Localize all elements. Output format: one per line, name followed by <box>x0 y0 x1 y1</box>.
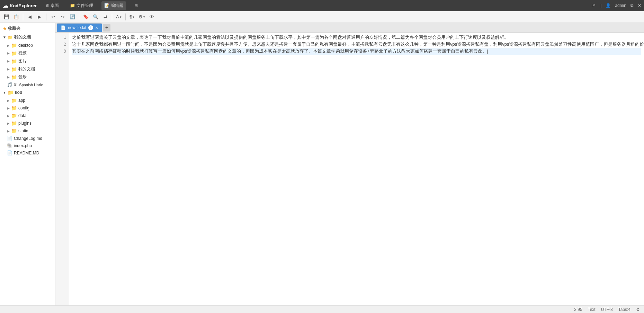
tab-close-btn[interactable]: ✕ <box>95 26 98 30</box>
toolbar-font-btn[interactable]: A ▾ <box>114 13 123 21</box>
toolbar-redo-btn[interactable]: ↪ <box>58 13 67 21</box>
flag-icon[interactable]: 🏳 <box>592 3 596 8</box>
sidebar-item-config[interactable]: ▶ 📁 config <box>0 104 55 112</box>
folder-icon: 📁 <box>11 59 17 64</box>
sidebar-kod-header[interactable]: ▼ 📁 kod <box>0 88 55 97</box>
app-title: KodExplorer <box>10 3 37 8</box>
folder-icon: 📁 <box>11 51 17 56</box>
sidebar-item-changelog[interactable]: 📄 ChangeLog.md <box>0 135 55 142</box>
folder-icon: 📁 <box>11 113 17 118</box>
editor-toolbar: 💾 📋 ◀ ▶ ↩ ↪ 🔄 🔖 🔍 ⇄ A ▾ ¶ ▾ ⚙ ▾ 👁 <box>0 11 644 23</box>
sidebar-item-data[interactable]: ▶ 📁 data <box>0 112 55 119</box>
folder-icon-mydocs: 📁 <box>8 35 13 40</box>
sidebar-item-index[interactable]: 🐘 index.php <box>0 142 55 149</box>
sidebar-item-pictures[interactable]: ▶ 📁 图片 <box>0 57 55 65</box>
menu-file-manager[interactable]: 📁 文件管理 <box>67 1 96 10</box>
chevron-right-icon: ▶ <box>7 59 10 63</box>
chevron-down-icon: ▼ <box>3 35 6 39</box>
sidebar-item-app[interactable]: ▶ 📁 app <box>0 97 55 104</box>
sidebar-item-mydocsfolder[interactable]: ▶ 📁 我的文档 <box>0 65 55 73</box>
toolbar-settings-btn[interactable]: ⚙ ▾ <box>137 13 147 21</box>
sep4 <box>112 14 112 20</box>
toolbar-save-btn[interactable]: 💾 <box>2 13 11 21</box>
folder-icon: 📁 <box>11 128 17 134</box>
sidebar-item-videos[interactable]: ▶ 📁 视频 <box>0 49 55 57</box>
line-number-2: 2 <box>55 41 69 48</box>
chevron-right-icon: ▶ <box>7 106 10 110</box>
folder-label: 图片 <box>18 58 27 64</box>
toolbar-refresh-btn[interactable]: 🔄 <box>68 13 77 21</box>
sidebar-item-plugins[interactable]: ▶ 📁 plugins <box>0 119 55 127</box>
format-arrow: ▾ <box>133 15 134 19</box>
folder-icon: 📁 <box>11 120 17 126</box>
toolbar-back-btn[interactable]: ◀ <box>25 13 34 21</box>
desktop-icon: 🖥 <box>45 3 49 8</box>
editor-menu-label: 编辑器 <box>111 3 123 9</box>
toolbar-format-btn[interactable]: ¶ ▾ <box>128 13 136 21</box>
sidebar-item-desktop[interactable]: ▶ 📁 desktop <box>0 42 55 49</box>
folder-label: 视频 <box>18 50 27 56</box>
menu-grid[interactable]: ⊞ <box>132 2 141 9</box>
settings-arrow: ▾ <box>143 15 145 19</box>
status-encoding[interactable]: UTF-8 <box>601 307 613 312</box>
window-close-icon[interactable]: ✕ <box>638 3 641 8</box>
status-tabs[interactable]: Tabs:4 <box>618 307 630 312</box>
star-icon: ★ <box>3 26 7 31</box>
top-menu-bar: ☁ KodExplorer 🖥 桌面 📁 文件管理 📝 编辑器 ⊞ 🏳 | 👤 … <box>0 0 644 11</box>
line-2-text: 这十几家网盘我都有用过一段时间，不是因为会员费用贵就是上传下载速度慢并且不方便。… <box>72 41 644 47</box>
sidebar-item-readme[interactable]: 📄 README.MD <box>0 149 55 156</box>
music-file-icon: 🎵 <box>7 82 12 87</box>
sidebar-item-music[interactable]: ▶ 📁 音乐 <box>0 73 55 81</box>
folder-label: static <box>18 128 28 133</box>
code-content[interactable]: 之前我写过两篇关于云盘的文章，表达了一下我对目前主流的几家网盘的看法以及提供的网… <box>69 33 644 305</box>
chevron-right-icon: ▶ <box>7 67 10 71</box>
line-1-text: 之前我写过两篇关于云盘的文章，表达了一下我对目前主流的几家网盘的看法以及提供的网… <box>72 34 509 41</box>
status-bar: 3:95 Text UTF-8 Tabs:4 ⚙ <box>0 305 644 313</box>
menu-editor[interactable]: 📝 编辑器 <box>101 1 126 10</box>
code-line-2[interactable]: 这十几家网盘我都有用过一段时间，不是因为会员费用贵就是上传下载速度慢并且不方便。… <box>72 41 641 48</box>
toolbar-eye-btn[interactable]: 👁 <box>147 13 156 21</box>
sidebar-favorites[interactable]: ★ 收藏夹 <box>0 24 55 33</box>
sep5 <box>125 14 126 20</box>
sidebar-item-spanish[interactable]: 🎵 01.Spanish Harlem_Ch <box>0 81 55 88</box>
font-arrow: ▾ <box>120 15 122 19</box>
folder-icon: 📁 <box>11 74 17 80</box>
filemanager-label: 文件管理 <box>77 3 93 9</box>
line-number-1: 1 <box>55 34 69 41</box>
toolbar-forward-btn[interactable]: ▶ <box>35 13 44 21</box>
sidebar-item-static[interactable]: ▶ 📁 static <box>0 127 55 135</box>
chevron-right-icon: ▶ <box>7 99 10 102</box>
status-settings-icon[interactable]: ⚙ <box>636 307 640 312</box>
sidebar-mydocs-header[interactable]: ▼ 📁 我的文档 <box>0 33 55 42</box>
status-position[interactable]: 3:95 <box>574 307 582 312</box>
mydocs-label: 我的文档 <box>14 34 31 40</box>
user-icon[interactable]: 👤 <box>606 3 611 8</box>
tab-newfile[interactable]: 📄 newfile.txt i ✕ <box>57 23 102 32</box>
line-3-text: 其实在之前网络储存征稿的时候我就打算写一篇如何用vps资源搭建私有网盘的文章的，… <box>72 48 488 54</box>
favorites-label: 收藏夹 <box>8 26 20 32</box>
menu-desktop[interactable]: 🖥 桌面 <box>42 1 62 10</box>
sep2 <box>46 14 46 20</box>
code-line-3[interactable]: 其实在之前网络储存征稿的时候我就打算写一篇如何用vps资源搭建私有网盘的文章的，… <box>72 48 641 55</box>
kod-label: kod <box>15 90 22 95</box>
toolbar-save-all-btn[interactable]: 📋 <box>12 13 21 21</box>
format-label: ¶ <box>129 14 132 19</box>
tab-label: newfile.txt <box>68 25 86 30</box>
username[interactable]: admin <box>615 3 626 8</box>
settings-label: ⚙ <box>138 14 143 19</box>
code-editor[interactable]: 1 2 3 之前我写过两篇关于云盘的文章，表达了一下我对目前主流的几家网盘的看法… <box>55 33 644 305</box>
status-type[interactable]: Text <box>588 307 596 312</box>
code-line-1[interactable]: 之前我写过两篇关于云盘的文章，表达了一下我对目前主流的几家网盘的看法以及提供的网… <box>72 34 641 41</box>
toolbar-undo-btn[interactable]: ↩ <box>48 13 57 21</box>
toolbar-search-btn[interactable]: 🔍 <box>91 13 100 21</box>
tab-add-button[interactable]: + <box>103 24 110 32</box>
chevron-right-icon: ▶ <box>7 51 10 55</box>
folder-label: plugins <box>18 121 32 126</box>
toolbar-diff-btn[interactable]: ⇄ <box>101 13 110 21</box>
filemanager-icon: 📁 <box>70 3 75 8</box>
file-label: ChangeLog.md <box>14 136 42 141</box>
readme-file-icon: 📄 <box>7 150 12 155</box>
window-restore-icon[interactable]: ⧉ <box>630 3 634 8</box>
toolbar-bookmark-btn[interactable]: 🔖 <box>81 13 90 21</box>
sep1 <box>23 14 23 20</box>
